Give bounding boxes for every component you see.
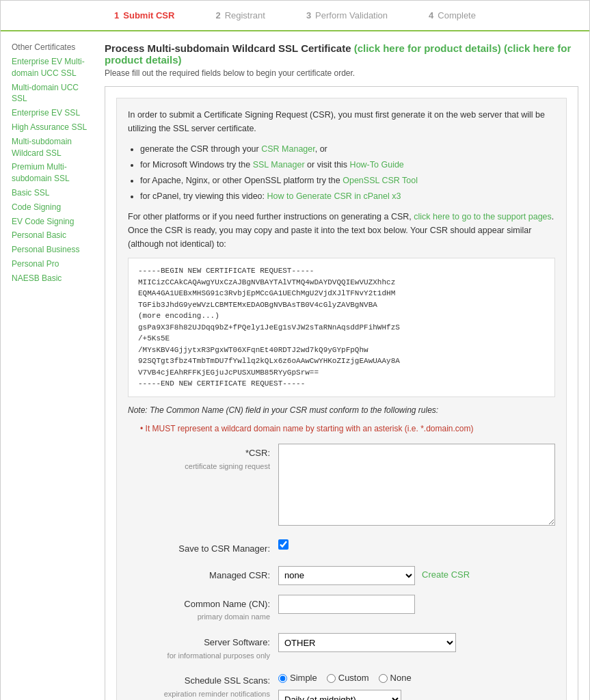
- common-name-label: Common Name (CN):: [184, 599, 270, 609]
- csr-textarea[interactable]: [278, 444, 555, 526]
- sidebar-link-premium[interactable]: Premium Multi-subdomain SSL: [12, 161, 94, 185]
- csr-warning: It MUST represent a wildcard domain name…: [140, 422, 555, 435]
- sidebar: Other Certificates Enterprise EV Multi-d…: [12, 42, 94, 700]
- step-2-num: 2: [215, 10, 220, 21]
- step-4-num: 4: [429, 10, 433, 21]
- sidebar-link-enterprise-ev-ssl[interactable]: Enterprise EV SSL: [12, 107, 94, 119]
- common-name-sublabel: primary domain name: [128, 611, 270, 623]
- schedule-simple-radio[interactable]: [278, 674, 287, 683]
- schedule-none-label: None: [390, 671, 412, 686]
- form-area: Process Multi-subdomain Wildcard SSL Cer…: [105, 42, 578, 700]
- csr-manager-link[interactable]: CSR Manager: [261, 144, 315, 154]
- info-intro: In order to submit a Certificate Signing…: [128, 108, 555, 135]
- csr-note: Note: The Common Name (CN) field in your…: [128, 404, 555, 417]
- schedule-custom-option[interactable]: Custom: [327, 671, 369, 686]
- frequency-select[interactable]: Daily (at midnight) Weekly Monthly: [278, 690, 401, 700]
- sidebar-link-code-signing[interactable]: Code Signing: [12, 202, 94, 213]
- info-box: In order to submit a Certificate Signing…: [105, 86, 578, 700]
- schedule-none-radio[interactable]: [379, 674, 388, 683]
- step-4-label: Complete: [438, 10, 476, 21]
- sidebar-link-personal-business[interactable]: Personal Business: [12, 244, 94, 256]
- save-csr-label-col: Save to CSR Manager:: [128, 539, 278, 556]
- step-1: 1 Submit CSR: [114, 10, 174, 21]
- page-title-link[interactable]: (click here for product details): [354, 42, 501, 54]
- page-title-text: Process Multi-subdomain Wildcard SSL Cer…: [105, 42, 351, 54]
- ssl-manager-link[interactable]: SSL Manager: [253, 160, 305, 170]
- cpanel-link[interactable]: How to Generate CSR in cPanel x3: [267, 191, 401, 201]
- sidebar-link-ev-code[interactable]: EV Code Signing: [12, 216, 94, 228]
- schedule-ssl-label: Schedule SSL Scans:: [185, 675, 270, 686]
- info-item-1: generate the CSR through your CSR Manage…: [140, 142, 555, 156]
- server-software-select[interactable]: OTHER Apache IIS Nginx cPanel: [278, 633, 456, 652]
- sidebar-link-multi-subdomain[interactable]: Multi-subdomain Wildcard SSL: [12, 136, 94, 159]
- sidebar-link-personal-basic[interactable]: Personal Basic: [12, 230, 94, 241]
- save-csr-label: Save to CSR Manager:: [178, 543, 270, 554]
- csr-sample: -----BEGIN NEW CERTIFICATE REQUEST----- …: [128, 258, 555, 397]
- managed-csr-field-col: none Create CSR: [278, 566, 555, 585]
- step-2: 2 Registrant: [215, 10, 265, 21]
- step-3-num: 3: [306, 10, 311, 21]
- sidebar-link-high-assurance[interactable]: High Assurance SSL: [12, 122, 94, 133]
- csr-field-col: [278, 444, 555, 530]
- main-content: Other Certificates Enterprise EV Multi-d…: [1, 31, 589, 700]
- progress-bar: 1 Submit CSR 2 Registrant 3 Perform Vali…: [1, 1, 589, 31]
- common-name-input[interactable]: [278, 595, 415, 614]
- schedule-ssl-sublabel: expiration reminder notifications: [128, 688, 270, 700]
- save-csr-checkbox[interactable]: [278, 539, 289, 550]
- info-item-3: for Apache, Nginx, or other OpenSSL plat…: [140, 174, 555, 187]
- csr-field-row: *CSR: certificate signing request: [128, 444, 555, 530]
- schedule-ssl-field-col: Simple Custom None: [278, 671, 555, 700]
- schedule-custom-label: Custom: [338, 671, 369, 686]
- step-2-label: Registrant: [225, 10, 265, 21]
- server-software-row: Server Software: for informational purpo…: [128, 633, 555, 662]
- how-to-guide-link[interactable]: How-To Guide: [350, 160, 404, 170]
- common-name-row: Common Name (CN): primary domain name: [128, 595, 555, 623]
- info-footer: For other platforms or if you need furth…: [128, 210, 555, 251]
- save-csr-row: Save to CSR Manager:: [128, 539, 555, 556]
- save-csr-field-col: [278, 539, 555, 554]
- csr-label-col: *CSR: certificate signing request: [128, 444, 278, 472]
- schedule-custom-radio[interactable]: [327, 674, 336, 683]
- csr-label: *CSR:: [245, 448, 270, 458]
- step-3: 3 Perform Validation: [306, 10, 388, 21]
- sidebar-link-naesb[interactable]: NAESB Basic: [12, 273, 94, 284]
- step-1-num: 1: [114, 10, 119, 21]
- sidebar-link-basic[interactable]: Basic SSL: [12, 187, 94, 199]
- step-4: 4 Complete: [429, 10, 476, 21]
- managed-csr-label-col: Managed CSR:: [128, 566, 278, 583]
- server-software-field-col: OTHER Apache IIS Nginx cPanel: [278, 633, 555, 652]
- schedule-simple-option[interactable]: Simple: [278, 671, 317, 686]
- server-software-label: Server Software:: [204, 637, 270, 647]
- managed-csr-label: Managed CSR:: [209, 570, 270, 580]
- info-list: generate the CSR through your CSR Manage…: [140, 142, 555, 203]
- schedule-radio-group: Simple Custom None: [278, 671, 555, 686]
- openssl-link[interactable]: OpenSSL CSR Tool: [343, 176, 418, 185]
- common-name-field-col: [278, 595, 555, 614]
- managed-csr-select[interactable]: none: [278, 566, 415, 585]
- schedule-none-option[interactable]: None: [379, 671, 412, 686]
- sidebar-link-multi-domain[interactable]: Multi-domain UCC SSL: [12, 82, 94, 105]
- step-3-label: Perform Validation: [315, 10, 388, 21]
- sidebar-link-personal-pro[interactable]: Personal Pro: [12, 258, 94, 270]
- schedule-sub: Daily (at midnight) Weekly Monthly: [278, 690, 555, 700]
- step-1-label: Submit CSR: [123, 10, 174, 21]
- managed-csr-row: Managed CSR: none Create CSR: [128, 566, 555, 585]
- info-item-4: for cPanel, try viewing this video: How …: [140, 189, 555, 203]
- server-software-label-col: Server Software: for informational purpo…: [128, 633, 278, 662]
- schedule-ssl-label-col: Schedule SSL Scans: expiration reminder …: [128, 671, 278, 700]
- create-csr-link[interactable]: Create CSR: [422, 568, 470, 582]
- page-subtitle: Please fill out the required fields belo…: [105, 68, 578, 78]
- schedule-ssl-row: Schedule SSL Scans: expiration reminder …: [128, 671, 555, 700]
- csr-sublabel: certificate signing request: [128, 461, 270, 473]
- info-item-2: for Microsoft Windows try the SSL Manage…: [140, 158, 555, 172]
- schedule-simple-label: Simple: [290, 671, 317, 686]
- support-link[interactable]: click here to go to the support pages: [414, 212, 552, 221]
- sidebar-link-enterprise-ev[interactable]: Enterprise EV Multi-domain UCC SSL: [12, 56, 94, 79]
- info-box-inner: In order to submit a Certificate Signing…: [116, 98, 567, 700]
- common-name-label-col: Common Name (CN): primary domain name: [128, 595, 278, 623]
- page-title: Process Multi-subdomain Wildcard SSL Cer…: [105, 42, 578, 66]
- server-software-sublabel: for informational purposes only: [128, 650, 270, 662]
- sidebar-section-title: Other Certificates: [12, 42, 94, 52]
